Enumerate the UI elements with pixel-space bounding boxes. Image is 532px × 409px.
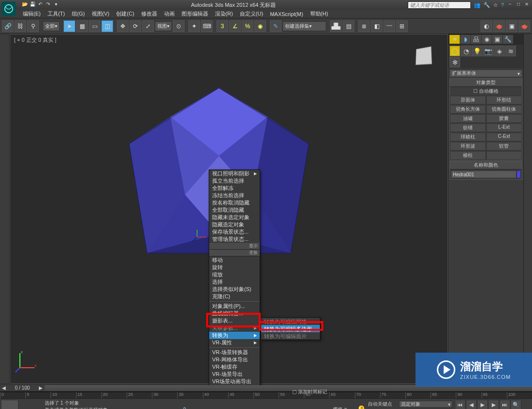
curve-icon[interactable]: 〰 xyxy=(383,20,395,32)
ctx-clone[interactable]: 克隆(C) xyxy=(209,293,260,300)
goto-start-icon[interactable]: ⏮ xyxy=(455,400,466,409)
graphite-icon[interactable]: ◧ xyxy=(371,20,382,32)
comm-icon[interactable]: 👥 xyxy=(474,2,481,8)
cat-geometry-icon[interactable]: ◯ xyxy=(449,46,460,56)
snap3-icon[interactable]: 3 xyxy=(216,20,228,32)
select-tool-icon[interactable]: ➤ xyxy=(64,20,75,32)
link-icon[interactable]: 🔗 xyxy=(2,20,14,32)
menu-customize[interactable]: 自定义(U) xyxy=(237,10,266,17)
open-icon[interactable]: 📂 xyxy=(21,1,28,8)
ctx-select[interactable]: 选择 xyxy=(209,278,260,286)
tab-motion-icon[interactable]: ◉ xyxy=(482,35,492,44)
trackbar-icon[interactable] xyxy=(1,400,18,409)
window-cross-icon[interactable]: ◫ xyxy=(101,20,113,32)
subcategory-combo[interactable]: 扩展基本体▾ xyxy=(449,69,522,77)
redo-icon[interactable]: ↷ xyxy=(45,1,51,8)
menu-modifiers[interactable]: 修改器 xyxy=(139,10,160,17)
material-icon[interactable]: ◐ xyxy=(481,20,492,32)
section-namecolor[interactable]: 名称和颜色 xyxy=(450,161,522,170)
obj-lext[interactable]: L-Ext xyxy=(486,123,522,132)
menu-maxscript[interactable]: MAXScript(M) xyxy=(267,11,305,17)
ctx-unhide-byname[interactable]: 按名称取消隐藏 xyxy=(209,199,260,206)
layers-icon[interactable]: ≣ xyxy=(358,20,370,32)
ctx-vr-anim-export[interactable]: VR场景动画导出 xyxy=(209,378,260,385)
cat-cameras-icon[interactable]: 📷 xyxy=(483,46,494,56)
tab-display-icon[interactable]: ▣ xyxy=(492,35,502,44)
object-color-swatch[interactable] xyxy=(516,170,521,178)
ctx-convert-to[interactable]: 转换为 xyxy=(209,332,260,339)
section-objtype[interactable]: 对象类型 xyxy=(450,79,522,87)
maximize-icon[interactable]: □ xyxy=(515,1,522,8)
minimize-icon[interactable]: − xyxy=(507,1,514,8)
namedset-combo[interactable]: 创建选择集 ▾ xyxy=(283,21,326,31)
menu-rendering[interactable]: 渲染(R) xyxy=(213,10,235,17)
save-icon[interactable]: 💾 xyxy=(29,1,36,8)
render-icon[interactable]: 🫖 xyxy=(518,20,530,32)
prev-frame-icon[interactable]: ◀ xyxy=(466,400,477,409)
tool1-icon[interactable]: 🔧 xyxy=(483,2,490,8)
keymode-icon[interactable]: ⌨ xyxy=(201,20,213,32)
ctx-viewport-lighting[interactable]: 视口照明和阴影 xyxy=(209,170,260,177)
pivot-icon[interactable]: ⊙ xyxy=(173,20,184,32)
close-icon[interactable]: ✕ xyxy=(523,1,530,8)
ctx-move[interactable]: 移动 xyxy=(209,256,260,264)
unlink-icon[interactable]: ⛓ xyxy=(15,20,26,32)
ctx-vr-scene-export[interactable]: VR-场景导出 xyxy=(209,371,260,378)
obj-cext[interactable]: C-Ext xyxy=(486,133,522,141)
goto-end-icon[interactable]: ⏭ xyxy=(499,400,510,409)
ctx-wireparams[interactable]: 关联参数... xyxy=(209,324,260,332)
refcoord-combo[interactable]: 视图 ▾ xyxy=(155,21,172,31)
cat-shapes-icon[interactable]: ◔ xyxy=(461,46,471,56)
menu-tools[interactable]: 工具(T) xyxy=(45,10,67,17)
object-name-input[interactable] xyxy=(451,170,516,178)
manip-icon[interactable]: ✦ xyxy=(188,20,200,32)
tab-utilities-icon[interactable]: 🔧 xyxy=(503,35,513,44)
viewcube[interactable] xyxy=(411,43,436,68)
tab-create-icon[interactable]: ✳ xyxy=(449,35,460,44)
time-tag[interactable]: ▢ 添加时间标记 xyxy=(292,389,327,395)
fav-icon[interactable]: ☆ xyxy=(493,2,498,8)
viewport-label[interactable]: [ + 0 正交 0 真实 ] xyxy=(14,36,56,44)
ctx-hide-sel[interactable]: 隐藏选定对象 xyxy=(209,221,260,228)
ctx-curve-editor[interactable]: 曲线编辑器... xyxy=(209,310,260,317)
render-frame-icon[interactable]: ▣ xyxy=(506,20,517,32)
cat-systems-icon[interactable]: ✻ xyxy=(449,57,460,68)
pctsnap-icon[interactable]: % xyxy=(242,20,253,32)
zoom-icon[interactable]: 🔍 xyxy=(511,400,521,409)
ctx-rotate[interactable]: 旋转 xyxy=(209,264,260,271)
obj-hedra[interactable]: 异面体 xyxy=(450,96,486,104)
timeline-ruler[interactable]: 0510152025303540455055606570758085909510… xyxy=(0,392,532,398)
ctx-manage-state[interactable]: 管理场景状态... xyxy=(209,236,260,243)
ctx-vr-framebuffer[interactable]: VR-帧缓存 xyxy=(209,363,260,371)
ctx-select-similar[interactable]: 选择类似对象(S) xyxy=(209,286,260,293)
obj-oiltank[interactable]: 油罐 xyxy=(450,114,486,123)
anglesnap-icon[interactable]: ∠ xyxy=(229,20,241,32)
menu-views[interactable]: 视图(V) xyxy=(89,10,112,17)
obj-gengon[interactable]: 球棱柱 xyxy=(450,133,486,141)
obj-chamferbox[interactable]: 切角长方体 xyxy=(450,105,486,114)
menu-grapheditors[interactable]: 图形编辑器 xyxy=(179,10,211,17)
viewport[interactable]: [ + 0 正交 0 真实 ] xyxy=(10,34,448,384)
keymode-combo[interactable]: 选定对象▾ xyxy=(399,401,452,408)
undo-icon[interactable]: ↶ xyxy=(37,1,44,8)
autogrid-check[interactable]: ☐ 自动栅格 xyxy=(450,87,522,96)
cat-helpers-icon[interactable]: ◈ xyxy=(494,46,505,56)
ctx-dopesheet[interactable]: 摄影表... xyxy=(209,317,260,324)
scale-tool-icon[interactable]: ⤢ xyxy=(142,20,154,32)
lock-icon[interactable]: 🔑 xyxy=(355,405,365,409)
ctx-hide-unsel[interactable]: 隐藏未选定对象 xyxy=(209,214,260,221)
rotate-tool-icon[interactable]: ⟳ xyxy=(130,20,141,32)
play-icon[interactable]: ▶ xyxy=(477,400,488,409)
tab-modify-icon[interactable]: ◗ xyxy=(460,35,470,44)
menu-edit[interactable]: 编辑(E) xyxy=(20,10,43,17)
cat-spacewarps-icon[interactable]: ≋ xyxy=(505,46,516,56)
render-setup-icon[interactable]: 🫖 xyxy=(493,20,505,32)
ctx-unhide-all[interactable]: 全部取消隐藏 xyxy=(209,206,260,214)
ctx-unfreeze-all[interactable]: 全部解冻 xyxy=(209,185,260,192)
ctx-isolate[interactable]: 孤立当前选择 xyxy=(209,177,260,185)
obj-ringwave[interactable]: 环形波 xyxy=(450,142,486,151)
obj-chamfercyl[interactable]: 切角圆柱体 xyxy=(486,105,522,114)
bind-icon[interactable]: ⚲ xyxy=(27,20,39,32)
autokey-btn[interactable]: 自动关键点 xyxy=(368,401,397,408)
menu-help[interactable]: 帮助(H) xyxy=(308,10,331,17)
